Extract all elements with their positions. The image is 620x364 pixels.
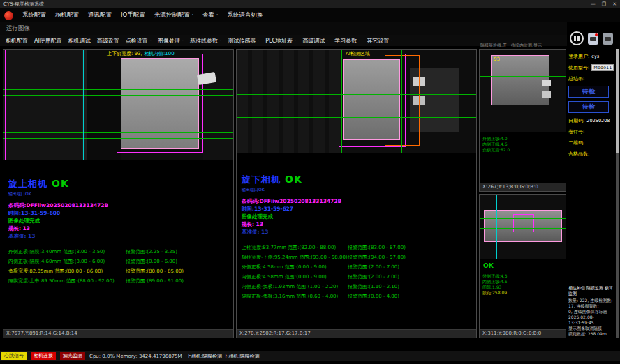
login-user-value: cys (591, 54, 599, 59)
tool-camera-config[interactable]: 相机配置 (6, 37, 28, 45)
maximize-button[interactable]: ❐ (602, 1, 606, 7)
menu-comm-config[interactable]: 通讯配置 (88, 11, 112, 20)
camera-view-upper[interactable]: 上下阶宽度: 93, 相机内值:100 旋上相机OK 输出端口OK 条码码:DF… (3, 49, 234, 338)
pixel-coordinate-readout: X:7677,Y:891;R:14,G:14,B:14 (3, 329, 233, 338)
window-title: CYS-视觉检测系统 (3, 1, 44, 8)
measurement-overlay-text: 93 (494, 56, 500, 62)
minimize-button[interactable]: — (591, 1, 596, 7)
spec-text: 基准值: 13 (8, 232, 233, 240)
camera-image-upper[interactable]: 上下阶宽度: 93, 相机内值:100 (3, 50, 233, 160)
camera-view-lower[interactable]: AI检测区域 旋下相机OK 输出端口OK 条码码:DFFiiw202502081… (236, 49, 477, 338)
guide-line-h (3, 138, 233, 139)
tool-baseline-params[interactable]: 基准线参数 (190, 37, 221, 45)
pixel-coordinate-readout: X:270,Y:2502;R:17,G:17,B:17 (237, 329, 476, 338)
camera-connection-indicator: 相机连接 (31, 352, 56, 360)
scrollbar-thumb[interactable] (616, 49, 619, 153)
measurement-row: 极柱宽度-下侧:95.24mm 范围:(93.00 - 98.00)报警范围:(… (242, 252, 476, 262)
result-readout-upper: 旋上相机OK 输出端口OK 条码码:DFFiiw2025020813313472… (3, 160, 233, 286)
tool-advanced-settings[interactable]: 高级设置 (97, 37, 119, 45)
app-logo-icon (4, 11, 13, 20)
camera-icon (605, 37, 611, 41)
menu-light-config[interactable]: 光源控制配置 (154, 11, 193, 20)
tool-image-process[interactable]: 图像处理 (158, 37, 184, 45)
guide-line-v (83, 50, 84, 160)
menu-io-config[interactable]: IO手配置 (121, 11, 145, 20)
measurement-row: 内侧正极:4.58mm 范围:(0.00 - 9.00)报警范围:(2.00 -… (242, 272, 476, 282)
measurement-row: 外侧正极:4.58mm 范围:(0.00 - 9.00)报警范围:(2.00 -… (242, 262, 476, 272)
spec-text: 基准值: 13 (242, 228, 476, 236)
menu-system-config[interactable]: 系统配置 (22, 11, 46, 20)
model-select[interactable]: Mode11 (591, 64, 614, 71)
tool-plc-table[interactable]: PLC地址表 (265, 37, 296, 45)
model-label: 使用型号: (568, 64, 589, 71)
pause-icon (574, 36, 576, 41)
bright-spot (542, 91, 551, 98)
camera-view-aux-2[interactable]: OK 外侧正极:4.5 内侧正极:4.5 间隙:1.93 膜距:258.09 X… (479, 194, 566, 338)
quick-action-buttons (570, 29, 619, 47)
machine-region (203, 50, 233, 160)
heartbeat-indicator: 心跳信号 (1, 352, 27, 360)
camera-image-aux-1[interactable]: 93 (480, 50, 566, 132)
guide-line-v (401, 50, 402, 153)
ai-roi-rect (385, 55, 420, 146)
login-user-label: 登录用户: (568, 53, 589, 60)
measurement-row: 内侧正极-负极:1.93mm 范围:(1.00 - 2.20)报警范围:(1.1… (242, 282, 476, 291)
result-box-lower: 待检 (568, 101, 609, 113)
tool-other-settings[interactable]: 其它设置 (367, 37, 392, 45)
roi-rect (513, 214, 534, 232)
date-code-value: 20250208 (586, 118, 610, 123)
camera-view-aux-1[interactable]: 93 外侧正极:4.0 内侧正极:4.6 负极宽度:82.0 X:267;Y:1… (479, 49, 566, 192)
measurement-row: 内侧正极-隔膜:4.60mm 范围:(3.00 - 6.00)报警范围:(0.0… (8, 257, 233, 266)
port-status: 输出端口OK (8, 191, 233, 197)
measurement-row: 隔膜宽度-上中:89.50mm 范围:(88.00 - 92.00)报警范围:(… (8, 276, 233, 286)
light-leak-indicator: 漏光监测 (60, 352, 85, 360)
machine-region (3, 50, 82, 160)
statistics-block: 相位补偿 隔膜监测 极耳监测 数量: 222, 连续检测数: 17, 连续报警数… (568, 285, 614, 337)
vertical-scrollbar[interactable] (616, 49, 619, 338)
tool-advanced-debug[interactable]: 高级调试 (302, 37, 328, 45)
tool-camera-debug[interactable]: 相机调试 (68, 37, 91, 45)
pixel-coordinate-readout: X:311;Y:980;R:0;G:0;B:0 (480, 329, 566, 338)
total-result-label: 总结果: (568, 75, 614, 82)
barcode-text: 条码码:DFFiiw2025020813313472B (8, 202, 233, 209)
status-bar: 心跳信号 相机连接 漏光监测 Cpu: 0.0% Memory: 3424.41… (0, 351, 620, 361)
guide-line-h (237, 117, 476, 118)
close-button[interactable]: ✕ (612, 1, 617, 7)
guide-line-h (237, 100, 476, 100)
roi-rect (519, 68, 538, 91)
guide-line-v (496, 195, 497, 259)
tool-ai-config[interactable]: AI使用配置 (34, 37, 62, 45)
guide-line-v (5, 50, 6, 160)
result-readout-lower: 旋下相机OK 输出端口OK 条码码:DFFiiw2025020813313472… (237, 153, 476, 301)
tool-spot-check[interactable]: 点检设置 (126, 37, 152, 45)
guide-line-h (3, 132, 233, 133)
tab-row: 运行图像 (0, 22, 567, 35)
guide-line-h (237, 94, 476, 95)
camera-image-aux-2[interactable] (480, 195, 566, 259)
snapshot-button[interactable] (588, 33, 598, 45)
tab-run-image[interactable]: 运行图像 (6, 24, 30, 33)
ok-status: OK (480, 259, 566, 269)
timestamp-text: 时间:13-31-59-600 (8, 209, 233, 217)
tool-sensor-test[interactable]: 测试传感器 (228, 37, 259, 45)
pass-count-label: 合格品数: (568, 151, 614, 158)
menu-camera-config[interactable]: 相机配置 (55, 11, 79, 20)
pause-button[interactable] (570, 31, 584, 45)
measurement-row: 负极宽度:82.05mm 范围:(80.00 - 86.00)报警范围:(80.… (8, 266, 233, 276)
part-surface (121, 58, 199, 149)
barcode-text: 条码码:DFFiiw2025020813313472B (242, 197, 476, 205)
qr-code-label: 二维码: (568, 139, 614, 146)
guide-line-h (3, 95, 233, 96)
camera-image-lower[interactable]: AI检测区域 (237, 50, 476, 153)
ok-status: OK (52, 178, 69, 189)
guide-line-v (341, 50, 342, 153)
process-done-text: 图像处理完成 (242, 213, 476, 220)
tool-learn-params[interactable]: 学习参数 (334, 37, 360, 45)
date-code-label: 日期码: (568, 117, 584, 124)
capture-button[interactable] (603, 33, 613, 45)
measurement-row: 隔膜正极-负极:3.16mm 范围:(0.60 - 4.00)报警范围:(0.6… (242, 291, 476, 301)
menu-view[interactable]: 查看 (202, 11, 218, 20)
menu-language-switch[interactable]: 系统语言切换 (228, 11, 263, 20)
measurement-overlay-text: 上下阶宽度: 93, 相机内值:100 (107, 50, 175, 57)
cpu-memory-readout: Cpu: 0.0% Memory: 3424.41796875M (89, 354, 182, 359)
